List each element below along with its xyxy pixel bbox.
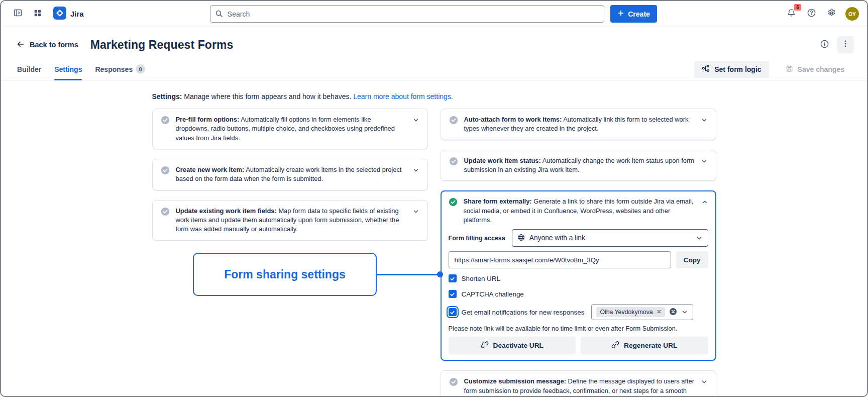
save-changes-label: Save changes xyxy=(798,65,844,73)
help-icon xyxy=(807,8,816,20)
plus-icon xyxy=(617,10,624,18)
shorten-url-checkbox[interactable] xyxy=(449,274,457,282)
clear-all-icon[interactable] xyxy=(669,308,677,317)
page-header: Back to forms Marketing Request Forms xyxy=(1,27,867,55)
settings-column-left: Pre-fill form options: Automatically fil… xyxy=(152,109,428,241)
link-off-icon xyxy=(481,341,489,350)
form-filling-access-label: Form filling access xyxy=(449,235,505,242)
check-circle-green-icon xyxy=(449,197,458,209)
chevron-down-icon[interactable] xyxy=(412,208,419,217)
card-update-status[interactable]: Update work item status: Automatically c… xyxy=(441,150,716,181)
settings-button[interactable] xyxy=(823,6,840,23)
tab-responses-label: Responses xyxy=(95,65,133,73)
card-text: Pre-fill form options: Automatically fil… xyxy=(176,115,406,143)
settings-intro: Settings: Manage where this form appears… xyxy=(152,92,716,101)
chevron-down-icon[interactable] xyxy=(701,378,708,387)
regenerate-url-button[interactable]: Regenerate URL xyxy=(581,337,708,354)
vertical-dots-icon xyxy=(841,39,850,50)
branch-icon xyxy=(702,64,710,74)
shorten-url-row: Shorten URL xyxy=(449,273,708,284)
tab-builder-label: Builder xyxy=(17,65,41,73)
link-availability-note: Please note link will be available for n… xyxy=(449,325,708,332)
chevron-down-icon[interactable] xyxy=(701,158,708,167)
check-circle-icon xyxy=(449,157,458,168)
captcha-checkbox[interactable] xyxy=(449,290,457,298)
card-prefill-options[interactable]: Pre-fill form options: Automatically fil… xyxy=(152,109,428,149)
deactivate-url-label: Deactivate URL xyxy=(493,342,544,349)
card-title: Customize submission message: xyxy=(464,377,566,385)
card-update-existing-fields[interactable]: Update existing work item fields: Map fo… xyxy=(152,200,428,241)
check-circle-icon xyxy=(449,377,458,388)
card-title: Pre-fill form options: xyxy=(176,116,240,123)
globe-icon xyxy=(517,234,525,243)
access-select[interactable]: Anyone with a link xyxy=(512,229,708,247)
annotation-label: Form sharing settings xyxy=(224,268,346,281)
app-switcher-button[interactable] xyxy=(29,6,46,23)
email-notifications-label: Get email notifications for new response… xyxy=(462,309,585,316)
save-changes-button[interactable]: Save changes xyxy=(778,61,852,78)
create-button[interactable]: Create xyxy=(610,5,657,23)
card-create-work-item[interactable]: Create new work item: Automatically crea… xyxy=(152,159,428,190)
form-filling-access-row: Form filling access Anyone with a link xyxy=(449,229,708,247)
share-card-header[interactable]: Share form externally: Generate a link t… xyxy=(449,197,708,225)
chevron-down-icon[interactable] xyxy=(412,167,419,176)
card-auto-attach[interactable]: Auto-attach form to work items: Automati… xyxy=(441,109,716,140)
form-info-button[interactable] xyxy=(816,36,833,53)
settings-column-right: Auto-attach form to work items: Automati… xyxy=(441,109,716,397)
regenerate-url-label: Regenerate URL xyxy=(624,342,678,349)
user-avatar[interactable]: OY xyxy=(845,7,859,21)
sidebar-toggle-button[interactable] xyxy=(9,6,26,23)
check-circle-icon xyxy=(161,166,170,177)
notifications-button[interactable]: 6 xyxy=(783,6,800,23)
card-text: Create new work item: Automatically crea… xyxy=(176,165,406,184)
card-text: Auto-attach form to work items: Automati… xyxy=(464,115,695,134)
card-text: Update existing work item fields: Map fo… xyxy=(176,207,406,234)
card-title: Update existing work item fields: xyxy=(176,207,277,215)
sidebar-toggle-icon xyxy=(13,8,23,20)
app-grid-icon xyxy=(33,9,42,20)
annotation-callout: Form sharing settings xyxy=(193,253,377,296)
back-to-forms-link[interactable]: Back to forms xyxy=(16,40,78,50)
share-url-input[interactable] xyxy=(449,251,671,268)
email-notifications-checkbox[interactable] xyxy=(449,308,457,316)
more-actions-button[interactable] xyxy=(837,36,854,53)
chevron-down-icon[interactable] xyxy=(412,117,419,126)
header-actions xyxy=(816,36,854,53)
check-circle-icon xyxy=(449,116,458,127)
notification-recipients-select[interactable]: Olha Yevdokymova xyxy=(591,304,693,320)
set-form-logic-label: Set form logic xyxy=(714,65,761,73)
copy-url-button[interactable]: Copy xyxy=(676,251,708,268)
set-form-logic-button[interactable]: Set form logic xyxy=(694,61,769,78)
tab-responses[interactable]: Responses 0 xyxy=(95,58,145,80)
card-text: Update work item status: Automatically c… xyxy=(464,156,695,175)
create-button-label: Create xyxy=(628,10,650,18)
chevron-down-icon xyxy=(696,235,703,243)
card-text: Customize submission message: Define the… xyxy=(464,377,695,397)
tab-settings-label: Settings xyxy=(54,65,82,73)
card-title: Share form externally: xyxy=(464,197,532,205)
help-button[interactable] xyxy=(803,6,820,23)
search-input[interactable] xyxy=(210,5,604,23)
chevron-up-icon[interactable] xyxy=(701,198,708,208)
gear-icon xyxy=(827,8,836,20)
tab-bar: Builder Settings Responses 0 Set form lo… xyxy=(1,58,867,80)
tab-settings[interactable]: Settings xyxy=(54,58,82,80)
email-notifications-row: Get email notifications for new response… xyxy=(449,304,708,320)
tag-remove-icon[interactable] xyxy=(657,309,662,316)
notification-count-badge: 6 xyxy=(793,3,802,12)
tab-builder[interactable]: Builder xyxy=(17,58,41,80)
save-icon xyxy=(786,65,793,74)
card-customize-message[interactable]: Customize submission message: Define the… xyxy=(441,370,716,397)
navbar-left-group: Jira xyxy=(9,6,84,23)
card-title: Create new work item: xyxy=(176,166,245,173)
info-icon xyxy=(820,39,829,51)
recipient-tag-label: Olha Yevdokymova xyxy=(600,309,653,316)
card-share-externally: Share form externally: Generate a link t… xyxy=(441,190,716,361)
back-arrow-icon xyxy=(16,40,25,50)
deactivate-url-button[interactable]: Deactivate URL xyxy=(449,337,576,354)
jira-home-link[interactable]: Jira xyxy=(53,7,84,22)
responses-count-badge: 0 xyxy=(136,64,145,74)
share-url-row: Copy xyxy=(449,251,708,268)
chevron-down-icon[interactable] xyxy=(701,117,708,126)
learn-more-link[interactable]: Learn more about form settings. xyxy=(353,92,453,101)
